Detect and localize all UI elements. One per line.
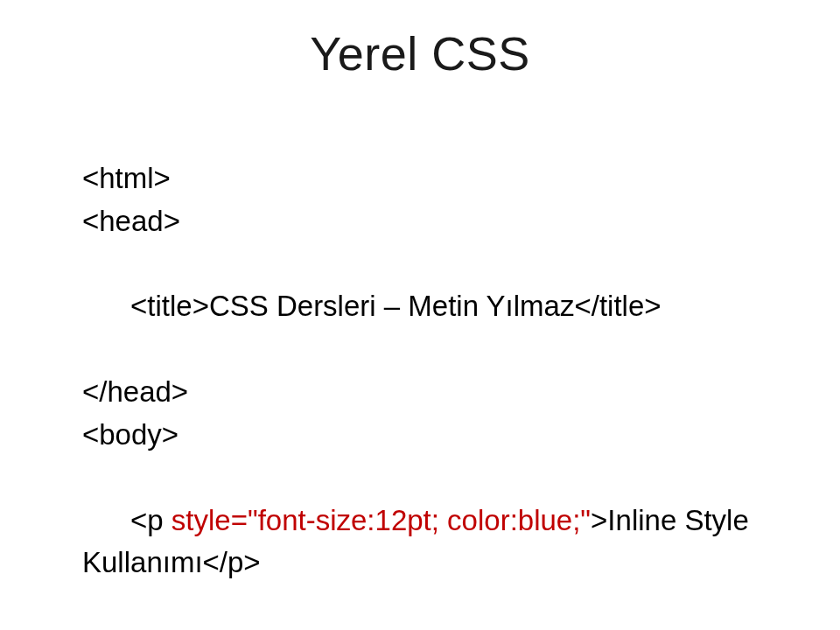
- code-line-3: <title>CSS Dersleri – Metin Yılmaz</titl…: [82, 243, 772, 371]
- slide-body: <html> <head> <title>CSS Dersleri – Meti…: [0, 80, 840, 630]
- code-tag-title-open: <title>: [130, 290, 209, 322]
- code-line-6: <p style="font-size:12pt; color:blue;">I…: [82, 457, 772, 627]
- slide: Yerel CSS <html> <head> <title>CSS Dersl…: [0, 0, 840, 630]
- code-tag-p-gt: >: [591, 504, 607, 536]
- code-line-4: </head>: [82, 371, 772, 414]
- code-tag-p-open: <p: [130, 504, 172, 536]
- code-line-2: <head>: [82, 200, 772, 243]
- code-inline-style: style="font-size:12pt; color:blue;": [172, 504, 591, 536]
- code-tag-p-close: </p>: [203, 546, 261, 578]
- code-text-title: CSS Dersleri – Metin Yılmaz: [209, 290, 575, 322]
- code-line-5: <body>: [82, 414, 772, 457]
- slide-title: Yerel CSS: [0, 0, 840, 80]
- code-tag-title-close: </title>: [574, 290, 661, 322]
- code-line-1: <html>: [82, 158, 772, 200]
